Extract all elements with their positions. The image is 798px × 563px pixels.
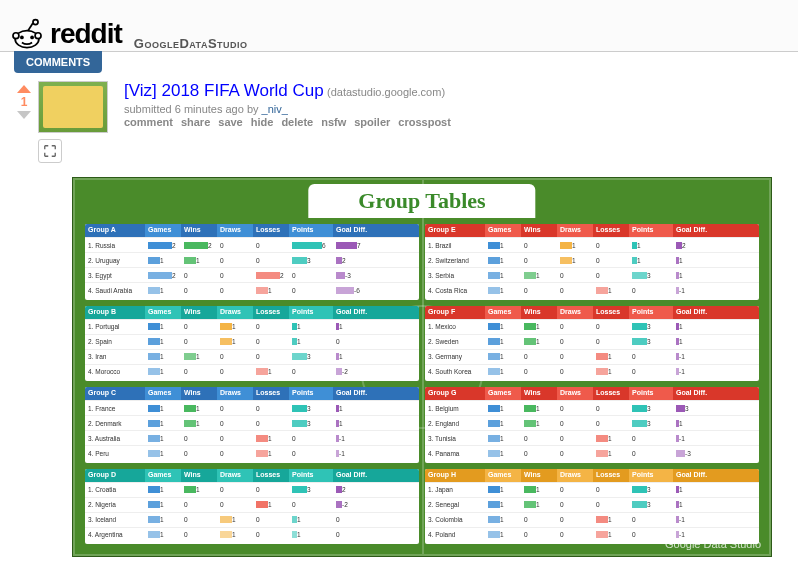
tab-comments[interactable]: COMMENTS [14,51,102,73]
table-row: 1. Brazil 10 10 1 2 [425,237,759,252]
post-title[interactable]: [Viz] 2018 FIFA World Cup [124,81,324,100]
table-row: 2. Sweden 1 100 3 1 [425,334,759,349]
tab-bar: COMMENTS [0,51,798,73]
post-tagline: submitted 6 minutes ago by _niv_ [124,103,788,115]
group-card-f: Group FGamesWinsDrawsLossesPointsGoal Di… [425,306,759,382]
post-thumbnail[interactable] [38,81,108,133]
table-row: 2. England 1 100 3 1 [425,415,759,430]
table-row: 4. Morocco 100 10 -2 [85,364,419,379]
table-row: 2. Denmark 1 100 3 1 [85,415,419,430]
table-row: 1. Japan 1 100 3 1 [425,482,759,497]
group-card-g: Group GGamesWinsDrawsLossesPointsGoal Di… [425,387,759,463]
table-row: 1. Portugal 10 10 1 1 [85,319,419,334]
action-save[interactable]: save [218,116,242,128]
post: 1 [Viz] 2018 FIFA World Cup (datastudio.… [0,73,798,171]
group-card-e: Group EGamesWinsDrawsLossesPointsGoal Di… [425,224,759,300]
action-share[interactable]: share [181,116,210,128]
table-row: 1. Belgium 1 100 3 3 [425,400,759,415]
table-row: 2. Switzerland 10 10 1 1 [425,252,759,267]
reddit-alien-icon [10,17,44,51]
table-row: 2. Senegal 1 100 3 1 [425,497,759,512]
image-title: Group Tables [308,184,535,218]
table-row: 3. Tunisia 100 10 -1 [425,430,759,445]
table-row: 3. Egypt 200 20 -3 [85,267,419,282]
table-row: 3. Serbia 1 100 3 1 [425,267,759,282]
table-row: 2. Spain 10 10 10 [85,334,419,349]
post-score: 1 [21,95,28,109]
table-row: 3. Germany 100 10 -1 [425,349,759,364]
table-row: 2. Uruguay 1 100 3 2 [85,252,419,267]
group-card-h: Group HGamesWinsDrawsLossesPointsGoal Di… [425,469,759,545]
action-spoiler[interactable]: spoiler [354,116,390,128]
expand-icon [43,144,57,158]
svg-point-3 [35,33,41,39]
action-crosspost[interactable]: crosspost [398,116,451,128]
site-logo[interactable]: reddit [10,17,122,51]
action-nsfw[interactable]: nsfw [321,116,346,128]
table-row: 2. Nigeria 100 10 -2 [85,497,419,512]
table-row: 1. France 1 100 3 1 [85,400,419,415]
post-body: [Viz] 2018 FIFA World Cup (datastudio.go… [124,81,788,163]
post-domain[interactable]: (datastudio.google.com) [327,86,445,98]
svg-point-5 [30,36,34,40]
table-row: 3. Iran 1 100 3 1 [85,349,419,364]
action-comment[interactable]: comment [124,116,173,128]
table-row: 4. Argentina 10 10 10 [85,527,419,542]
table-row: 4. Panama 100 10 -3 [425,445,759,460]
expando-button[interactable] [38,139,62,163]
table-row: 4. Peru 100 10 -1 [85,445,419,460]
site-header: reddit GoogleDataStudio [0,0,798,52]
group-card-d: Group DGamesWinsDrawsLossesPointsGoal Di… [85,469,419,545]
subreddit-name[interactable]: GoogleDataStudio [134,36,248,51]
svg-point-2 [13,33,19,39]
group-card-c: Group CGamesWinsDrawsLossesPointsGoal Di… [85,387,419,463]
table-row: 1. Croatia 1 100 3 2 [85,482,419,497]
site-name: reddit [50,18,122,50]
table-row: 4. Saudi Arabia 100 10 -6 [85,282,419,297]
author-link[interactable]: _niv_ [262,103,288,115]
watermark: Google Data Studio [665,538,761,550]
downvote-icon[interactable] [17,111,31,119]
vote-column: 1 [10,81,38,163]
table-row: 3. Iceland 10 10 10 [85,512,419,527]
table-row: 4. Costa Rica 100 10 -1 [425,282,759,297]
table-row: 3. Colombia 100 10 -1 [425,512,759,527]
svg-point-0 [33,20,38,25]
table-row: 3. Australia 100 10 -1 [85,430,419,445]
table-row: 1. Mexico 1 100 3 1 [425,319,759,334]
svg-point-4 [20,36,24,40]
post-actions: commentsharesavehidedeletensfwspoilercro… [124,116,788,128]
post-image[interactable]: Group Tables Group AGamesWinsDrawsLosses… [72,177,772,557]
group-card-a: Group AGamesWinsDrawsLossesPointsGoal Di… [85,224,419,300]
action-delete[interactable]: delete [281,116,313,128]
upvote-icon[interactable] [17,85,31,93]
action-hide[interactable]: hide [251,116,274,128]
table-row: 1. Russia 2 200 6 7 [85,237,419,252]
table-row: 4. South Korea 100 10 -1 [425,364,759,379]
groups-grid: Group AGamesWinsDrawsLossesPointsGoal Di… [85,224,759,544]
group-card-b: Group BGamesWinsDrawsLossesPointsGoal Di… [85,306,419,382]
